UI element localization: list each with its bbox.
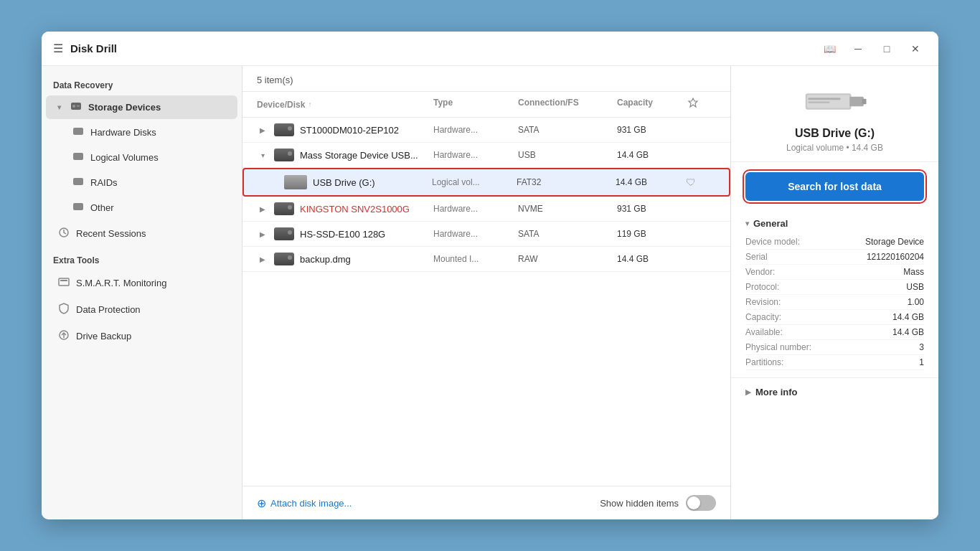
info-row: Device model:Storage Device	[745, 235, 924, 250]
info-value: 1.00	[908, 297, 924, 307]
table-row[interactable]: ▾ Mass Storage Device USB... Hardware...…	[242, 143, 730, 168]
hdd-device-icon	[274, 227, 294, 240]
book-button[interactable]: 📖	[818, 37, 841, 60]
attach-disk-image-link[interactable]: ⊕ Attach disk image...	[257, 496, 352, 510]
device-capacity: 119 GB	[617, 229, 682, 239]
more-info-section: ▶ More info	[731, 377, 938, 406]
sidebar-item-data-protection[interactable]: Data Protection	[46, 297, 237, 322]
device-right-name: USB Drive (G:)	[795, 127, 875, 140]
right-panel: USB Drive (G:) Logical volume • 14.4 GB …	[730, 66, 938, 519]
minimize-button[interactable]: ─	[847, 37, 870, 60]
device-connection: FAT32	[517, 177, 610, 187]
col-connection: Connection/FS	[518, 98, 611, 111]
more-info-title[interactable]: ▶ More info	[745, 387, 924, 397]
device-name: HS-SSD-E100 128G	[300, 229, 385, 240]
device-connection: NVME	[518, 204, 611, 214]
sidebar-item-raids[interactable]: RAIDs	[46, 171, 237, 194]
logical-volumes-icon	[72, 151, 85, 164]
titlebar: ☰ Disk Drill 📖 ─ □ ✕	[42, 32, 938, 66]
device-name: KINGSTON SNV2S1000G	[300, 204, 410, 215]
more-info-label: More info	[755, 387, 798, 397]
raids-icon	[72, 176, 85, 189]
minimize-icon: ─	[854, 43, 862, 55]
close-button[interactable]: ✕	[904, 37, 927, 60]
sidebar-item-recent-sessions[interactable]: Recent Sessions	[46, 221, 237, 246]
info-rows-container: Device model:Storage DeviceSerial1212201…	[745, 235, 924, 370]
sort-icon[interactable]: ↑	[308, 100, 311, 108]
info-value: 3	[919, 342, 924, 352]
device-name: Mass Storage Device USB...	[300, 150, 418, 161]
info-value: 121220160204	[867, 252, 924, 262]
device-connection: RAW	[518, 254, 611, 264]
table-row-selected[interactable]: USB Drive (G:) Logical vol... FAT32 14.4…	[242, 168, 730, 197]
sidebar-item-logical-volumes[interactable]: Logical Volumes	[46, 146, 237, 169]
svg-rect-8	[59, 278, 69, 286]
hdd-device-icon	[274, 202, 294, 215]
drive-backup-label: Drive Backup	[76, 331, 131, 342]
expand-icon[interactable]: ▶	[257, 228, 268, 240]
sidebar-item-other[interactable]: Other	[46, 196, 237, 220]
expand-icon[interactable]: ▶	[257, 203, 268, 215]
sidebar-item-hardware-disks[interactable]: Hardware Disks	[46, 121, 237, 144]
attach-label: Attach disk image...	[270, 498, 352, 509]
general-section-title[interactable]: ▾ General	[745, 218, 924, 229]
search-lost-data-button[interactable]: Search for lost data	[745, 172, 924, 201]
expand-icon[interactable]: ▶	[257, 253, 268, 265]
raids-label: RAIDs	[90, 177, 118, 188]
device-connection: USB	[518, 150, 611, 160]
device-name: USB Drive (G:)	[313, 177, 375, 188]
info-row: Serial121220160204	[745, 250, 924, 265]
app-title: Disk Drill	[70, 42, 117, 55]
recent-sessions-label: Recent Sessions	[76, 228, 146, 239]
maximize-button[interactable]: □	[875, 37, 898, 60]
table-row[interactable]: ▶ backup.dmg Mounted I... RAW 14.4 GB	[242, 247, 730, 272]
sidebar-item-smart[interactable]: S.M.A.R.T. Monitoring	[46, 270, 237, 296]
table-row[interactable]: ▶ KINGSTON SNV2S1000G Hardware... NVME 9…	[242, 197, 730, 222]
info-value: USB	[906, 282, 924, 292]
svg-rect-4	[73, 153, 83, 160]
plus-circle-icon: ⊕	[257, 496, 266, 510]
svg-rect-2	[77, 105, 80, 107]
general-section: ▾ General Device model:Storage DeviceSer…	[731, 211, 938, 377]
hdd-device-icon	[274, 253, 294, 265]
device-name: backup.dmg	[300, 254, 351, 265]
maximize-icon: □	[884, 43, 890, 55]
extra-tools-section-label: Extra Tools	[42, 247, 242, 270]
hdd-device-icon	[274, 149, 294, 161]
recent-sessions-icon	[57, 227, 70, 240]
info-value: 1	[919, 357, 924, 367]
info-row: Capacity:14.4 GB	[745, 310, 924, 325]
usb-device-icon	[284, 175, 307, 189]
expand-icon[interactable]: ▾	[257, 149, 268, 161]
device-panel: 5 item(s) Device/Disk ↑ Type Connection/…	[242, 66, 730, 519]
device-name-cell: USB Drive (G:)	[258, 175, 426, 189]
device-capacity: 931 GB	[617, 204, 682, 214]
device-capacity: 14.4 GB	[616, 177, 680, 187]
svg-rect-16	[808, 101, 829, 103]
device-panel-footer: ⊕ Attach disk image... Show hidden items	[242, 486, 730, 519]
show-hidden-toggle[interactable]	[686, 495, 716, 511]
device-type: Mounted I...	[433, 254, 512, 264]
table-row[interactable]: ▶ HS-SSD-E100 128G Hardware... SATA 119 …	[242, 222, 730, 247]
device-thumbnail	[803, 80, 867, 120]
sidebar-item-drive-backup[interactable]: Drive Backup	[46, 324, 237, 349]
smart-icon	[57, 276, 70, 290]
device-name: ST1000DM010-2EP102	[300, 125, 399, 136]
book-icon: 📖	[824, 43, 836, 55]
hamburger-icon[interactable]: ☰	[53, 42, 63, 55]
info-row: Available:14.4 GB	[745, 325, 924, 340]
col-capacity: Capacity	[617, 98, 682, 111]
table-row[interactable]: ▶ ST1000DM010-2EP102 Hardware... SATA 93…	[242, 118, 730, 143]
expand-icon[interactable]: ▶	[257, 124, 268, 136]
info-label: Available:	[745, 327, 783, 337]
svg-rect-6	[73, 203, 83, 210]
info-value: 14.4 GB	[892, 327, 924, 337]
other-icon	[72, 202, 85, 214]
device-type: Hardware...	[433, 229, 512, 239]
device-type: Hardware...	[433, 150, 512, 160]
item-count: 5 item(s)	[242, 66, 730, 92]
show-hidden-area: Show hidden items	[600, 495, 716, 511]
device-connection: SATA	[518, 125, 611, 135]
hdd-icon	[72, 126, 85, 138]
sidebar-item-storage-devices[interactable]: ▾ Storage Devices	[46, 95, 237, 119]
